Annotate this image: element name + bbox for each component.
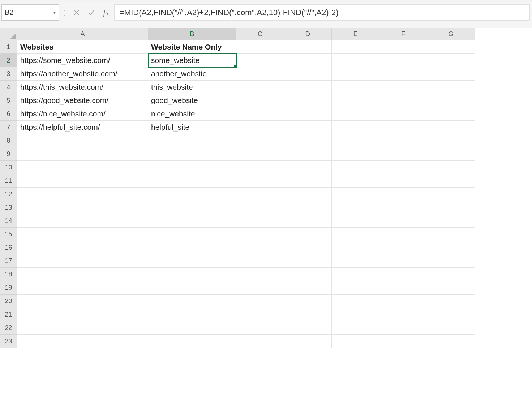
cell-G14[interactable] <box>427 214 475 228</box>
row-header-5[interactable]: 5 <box>0 94 17 107</box>
cell-A10[interactable] <box>17 161 148 174</box>
cell-A11[interactable] <box>17 174 148 188</box>
row-header-19[interactable]: 19 <box>0 281 17 295</box>
column-header-D[interactable]: D <box>284 28 332 40</box>
cell-B2[interactable]: some_website <box>148 54 236 67</box>
cell-B17[interactable] <box>148 254 236 268</box>
cell-F20[interactable] <box>379 295 427 308</box>
cell-A1[interactable]: Websites <box>17 40 148 54</box>
cell-D12[interactable] <box>284 188 332 201</box>
cell-D11[interactable] <box>284 174 332 188</box>
row-header-7[interactable]: 7 <box>0 121 17 134</box>
cell-G2[interactable] <box>427 54 475 67</box>
cell-F13[interactable] <box>379 201 427 214</box>
cell-B19[interactable] <box>148 281 236 295</box>
cell-G9[interactable] <box>427 147 475 161</box>
cell-F19[interactable] <box>379 281 427 295</box>
cell-A20[interactable] <box>17 295 148 308</box>
cell-D13[interactable] <box>284 201 332 214</box>
cell-C11[interactable] <box>236 174 284 188</box>
cell-B3[interactable]: another_website <box>148 67 236 81</box>
cell-B21[interactable] <box>148 308 236 321</box>
cell-D2[interactable] <box>284 54 332 67</box>
cell-A19[interactable] <box>17 281 148 295</box>
cell-C17[interactable] <box>236 254 284 268</box>
cell-G7[interactable] <box>427 121 475 134</box>
row-header-16[interactable]: 16 <box>0 241 17 254</box>
row-header-17[interactable]: 17 <box>0 254 17 268</box>
cell-F5[interactable] <box>379 94 427 107</box>
cell-F6[interactable] <box>379 107 427 121</box>
cell-D3[interactable] <box>284 67 332 81</box>
cell-B4[interactable]: this_website <box>148 81 236 94</box>
cell-F8[interactable] <box>379 134 427 147</box>
column-header-C[interactable]: C <box>236 28 284 40</box>
cell-G4[interactable] <box>427 81 475 94</box>
row-header-1[interactable]: 1 <box>0 40 17 54</box>
cell-F4[interactable] <box>379 81 427 94</box>
formula-input-wrap[interactable] <box>114 4 530 21</box>
cell-C2[interactable] <box>236 54 284 67</box>
cell-D23[interactable] <box>284 335 332 348</box>
cell-D1[interactable] <box>284 40 332 54</box>
cell-C23[interactable] <box>236 335 284 348</box>
row-header-20[interactable]: 20 <box>0 295 17 308</box>
row-header-3[interactable]: 3 <box>0 67 17 81</box>
cell-C20[interactable] <box>236 295 284 308</box>
cell-E9[interactable] <box>332 147 379 161</box>
cell-D8[interactable] <box>284 134 332 147</box>
cell-F17[interactable] <box>379 254 427 268</box>
cell-C5[interactable] <box>236 94 284 107</box>
cell-E11[interactable] <box>332 174 379 188</box>
cell-D7[interactable] <box>284 121 332 134</box>
cell-B6[interactable]: nice_website <box>148 107 236 121</box>
row-header-12[interactable]: 12 <box>0 188 17 201</box>
cell-B20[interactable] <box>148 295 236 308</box>
name-box[interactable]: ▼ <box>1 4 59 21</box>
cell-A13[interactable] <box>17 201 148 214</box>
cell-A6[interactable]: https://nice_website.com/ <box>17 107 148 121</box>
cell-A12[interactable] <box>17 188 148 201</box>
column-header-G[interactable]: G <box>427 28 475 40</box>
cell-E1[interactable] <box>332 40 379 54</box>
row-header-15[interactable]: 15 <box>0 228 17 241</box>
row-header-8[interactable]: 8 <box>0 134 17 147</box>
cell-G20[interactable] <box>427 295 475 308</box>
cells-area[interactable]: WebsitesWebsite Name Onlyhttps://some_we… <box>17 40 532 348</box>
cell-D18[interactable] <box>284 268 332 281</box>
row-header-2[interactable]: 2 <box>0 54 17 67</box>
cell-A9[interactable] <box>17 147 148 161</box>
formula-input[interactable] <box>120 8 524 17</box>
row-header-18[interactable]: 18 <box>0 268 17 281</box>
cell-F23[interactable] <box>379 335 427 348</box>
cell-C14[interactable] <box>236 214 284 228</box>
row-header-13[interactable]: 13 <box>0 201 17 214</box>
row-header-4[interactable]: 4 <box>0 81 17 94</box>
row-header-21[interactable]: 21 <box>0 308 17 321</box>
cell-E19[interactable] <box>332 281 379 295</box>
column-header-A[interactable]: A <box>17 28 148 40</box>
cell-A15[interactable] <box>17 228 148 241</box>
cell-D5[interactable] <box>284 94 332 107</box>
cell-B7[interactable]: helpful_site <box>148 121 236 134</box>
cell-F15[interactable] <box>379 228 427 241</box>
cell-A7[interactable]: https://helpful_site.com/ <box>17 121 148 134</box>
cell-G18[interactable] <box>427 268 475 281</box>
cell-C12[interactable] <box>236 188 284 201</box>
select-all-corner[interactable] <box>0 28 17 40</box>
cell-B18[interactable] <box>148 268 236 281</box>
cell-E16[interactable] <box>332 241 379 254</box>
cell-E13[interactable] <box>332 201 379 214</box>
cell-E8[interactable] <box>332 134 379 147</box>
cell-F9[interactable] <box>379 147 427 161</box>
cell-G16[interactable] <box>427 241 475 254</box>
cell-C19[interactable] <box>236 281 284 295</box>
cell-C8[interactable] <box>236 134 284 147</box>
cancel-button[interactable] <box>69 2 84 23</box>
cell-E20[interactable] <box>332 295 379 308</box>
cell-A8[interactable] <box>17 134 148 147</box>
cell-B22[interactable] <box>148 321 236 335</box>
cell-B10[interactable] <box>148 161 236 174</box>
cell-G15[interactable] <box>427 228 475 241</box>
cell-E15[interactable] <box>332 228 379 241</box>
